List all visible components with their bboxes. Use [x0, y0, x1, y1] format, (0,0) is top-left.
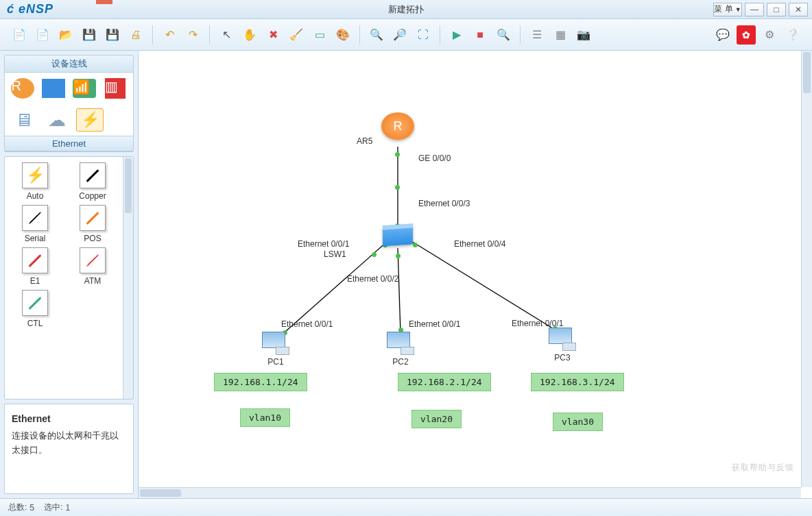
svg-line-2	[398, 248, 401, 333]
app-logo: ć eNSP	[0, 2, 60, 16]
zoom-fit-button[interactable]: ⛶	[414, 25, 433, 45]
port-dot	[395, 185, 400, 190]
port-dot	[413, 243, 418, 247]
device-cat-wlan[interactable]: 📶	[72, 77, 97, 100]
switch-icon	[383, 223, 413, 246]
snapshot-button[interactable]: 📷	[574, 25, 593, 45]
side-panel: 设备连线 R 📶 ▥ 🖥 ☁ ⚡ Ethernet ⚡Auto Copper S…	[0, 51, 139, 498]
device-category-header: 设备连线	[5, 56, 133, 73]
new-project-button[interactable]: 📄	[33, 25, 52, 45]
pc-icon	[387, 332, 414, 355]
device-cat-router[interactable]: R	[10, 77, 36, 100]
status-selected-label: 选中:	[44, 502, 62, 513]
link-pos[interactable]: POS	[64, 205, 121, 243]
interface-list-button[interactable]: ☰	[527, 25, 547, 45]
settings-button[interactable]: ⚙	[760, 25, 779, 45]
annotation-vlan30[interactable]: vlan30	[553, 413, 603, 431]
node-label: AR5	[357, 136, 372, 146]
redo-button[interactable]: ↷	[183, 25, 202, 45]
port-label: GE 0/0/0	[418, 153, 451, 163]
router-icon: R	[381, 112, 414, 140]
save-as-button[interactable]: 💾	[103, 25, 122, 45]
hint-box: Ethernet 连接设备的以太网和千兆以太接口。	[4, 404, 134, 494]
link-e1[interactable]: E1	[6, 247, 64, 286]
menu-button[interactable]: 菜 单▼	[713, 3, 742, 16]
device-cat-cloud[interactable]: ☁	[43, 108, 71, 132]
open-button[interactable]: 📂	[56, 25, 75, 45]
device-cat-firewall[interactable]: ▥	[102, 77, 128, 100]
annotation-vlan20[interactable]: vlan20	[411, 410, 462, 428]
node-label: PC1	[262, 357, 289, 367]
print-button[interactable]: 🖨	[126, 25, 145, 45]
delete-tool[interactable]: ✖	[263, 25, 283, 45]
canvas-scrollbar-horizontal[interactable]	[139, 487, 801, 498]
node-ar5[interactable]: R AR5	[381, 112, 414, 140]
device-cat-link[interactable]: ⚡	[76, 108, 104, 132]
new-topo-button[interactable]: 📄	[10, 25, 29, 45]
pan-tool[interactable]: ✋	[240, 25, 259, 45]
port-label: Ethernet 0/0/1	[409, 319, 460, 329]
link-atm[interactable]: ATM	[64, 247, 121, 286]
start-button[interactable]: ▶	[447, 25, 466, 45]
annotation-ip1[interactable]: 192.168.1.1/24	[214, 373, 307, 391]
zoom-out-button[interactable]: 🔎	[390, 25, 409, 45]
link-category-header: Ethernet	[5, 136, 133, 151]
device-cat-switch[interactable]	[41, 77, 67, 100]
topology-links	[139, 51, 801, 487]
text-tool[interactable]: ▭	[310, 25, 329, 45]
annotation-vlan10[interactable]: vlan10	[240, 408, 290, 427]
port-label: Ethernet 0/0/1	[512, 319, 563, 328]
help-button[interactable]: ❔	[783, 25, 802, 45]
link-list-scrollbar[interactable]	[123, 157, 133, 399]
port-label: Ethernet 0/0/1	[281, 319, 333, 329]
status-bar: 总数: 5 选中: 1	[0, 498, 812, 516]
canvas-area: R AR5 GE 0/0/0 Ethernet 0/0/3 LSW1 Ether…	[139, 51, 812, 498]
select-tool[interactable]: ↖	[217, 25, 236, 45]
zoom-in-button[interactable]: 🔍	[367, 25, 386, 45]
node-pc1[interactable]: PC1	[262, 332, 289, 367]
capture-button[interactable]: 🔍	[494, 25, 513, 45]
chat-button[interactable]: 💬	[713, 25, 732, 45]
broom-tool[interactable]: 🧹	[287, 25, 306, 45]
topology-canvas[interactable]: R AR5 GE 0/0/0 Ethernet 0/0/3 LSW1 Ether…	[139, 51, 801, 487]
close-button[interactable]: ✕	[789, 3, 808, 16]
port-dot	[396, 254, 401, 258]
node-label: PC3	[549, 353, 576, 363]
device-cat-pc[interactable]: 🖥	[10, 108, 38, 132]
canvas-scrollbar-vertical[interactable]	[801, 51, 812, 487]
port-dot	[372, 252, 377, 257]
watermark: 获取帮助与反馈	[732, 462, 794, 474]
status-total-value: 5	[29, 503, 34, 513]
link-ctl[interactable]: CTL	[6, 290, 64, 328]
port-label: Ethernet 0/0/4	[454, 239, 505, 249]
port-label: Ethernet 0/0/1	[298, 239, 349, 249]
link-auto[interactable]: ⚡Auto	[6, 162, 64, 201]
window-title: 新建拓扑	[388, 3, 424, 16]
undo-button[interactable]: ↶	[160, 25, 179, 45]
title-bar: ć eNSP 新建拓扑 菜 单▼ — □ ✕	[0, 0, 812, 19]
port-label: Ethernet 0/0/2	[347, 274, 398, 284]
link-list-box: ⚡Auto Copper Serial POS E1 ATM CTL	[4, 156, 134, 400]
palette-tool[interactable]: 🎨	[333, 25, 353, 45]
port-label: Ethernet 0/0/3	[418, 199, 470, 208]
grid-button[interactable]: ▦	[551, 25, 570, 45]
link-copper[interactable]: Copper	[64, 162, 121, 201]
node-pc2[interactable]: PC2	[387, 332, 414, 367]
device-category-box: 设备连线 R 📶 ▥ 🖥 ☁ ⚡ Ethernet	[4, 55, 134, 152]
pc-icon	[262, 332, 289, 355]
stop-button[interactable]: ■	[470, 25, 490, 45]
status-total-label: 总数:	[8, 502, 27, 513]
annotation-ip2[interactable]: 192.168.2.1/24	[398, 373, 491, 391]
node-pc3[interactable]: PC3	[549, 328, 576, 363]
maximize-button[interactable]: □	[767, 3, 786, 16]
huawei-logo-icon: ✿	[737, 25, 756, 45]
minimize-button[interactable]: —	[745, 3, 764, 16]
node-lsw1[interactable]	[383, 225, 413, 245]
node-label: LSW1	[324, 249, 346, 259]
pc-icon	[549, 328, 576, 351]
hint-title: Ethernet	[12, 411, 126, 426]
link-serial[interactable]: Serial	[6, 205, 64, 243]
modified-indicator	[96, 0, 112, 4]
save-button[interactable]: 💾	[80, 25, 99, 45]
annotation-ip3[interactable]: 192.168.3.1/24	[531, 373, 624, 391]
